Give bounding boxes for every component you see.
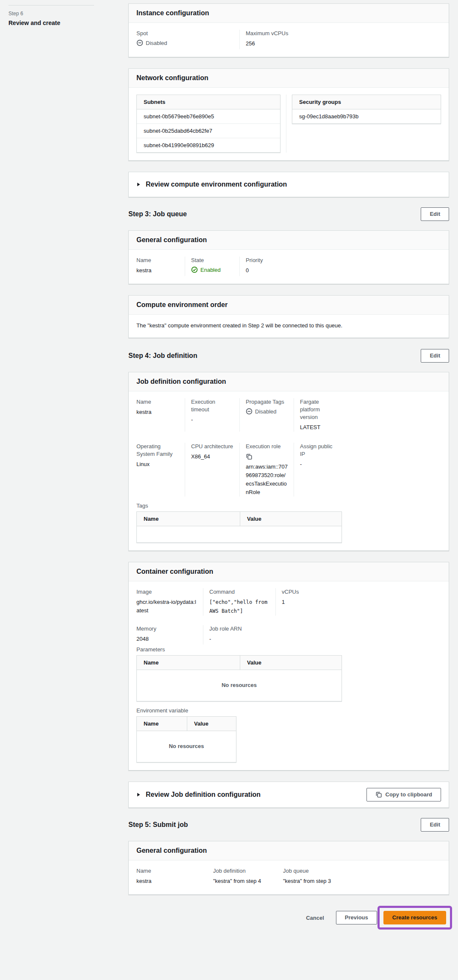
edit-button-step3[interactable]: Edit xyxy=(421,207,449,221)
wizard-footer: Cancel Previous Create resources xyxy=(128,906,449,930)
memory-value: 2048 xyxy=(136,635,197,643)
step5-heading: Step 5: Submit job xyxy=(128,821,188,829)
state-label: State xyxy=(191,257,233,264)
check-circle-icon xyxy=(191,266,198,273)
environment-variable-table: Name Value No resources xyxy=(136,716,236,762)
execution-role-value: arn:aws:iam::707969873520:role/ecsTaskEx… xyxy=(246,463,288,497)
column-header-name: Name xyxy=(137,512,240,526)
triangle-right-icon xyxy=(136,182,141,187)
empty-table-row xyxy=(137,526,341,542)
create-resources-button[interactable]: Create resources xyxy=(383,911,446,924)
propagate-tags-label: Propagate Tags xyxy=(246,398,288,406)
table-row: subnet-0b25dabd64cb62fe7 xyxy=(137,124,280,138)
column-header-value: Value xyxy=(187,717,236,731)
max-vcpus-value: 256 xyxy=(246,39,336,48)
priority-value: 0 xyxy=(246,266,336,275)
compute-env-expander-toggle[interactable]: Review compute environment configuration xyxy=(136,181,287,188)
annotation-highlight: Create resources xyxy=(378,906,452,930)
name-value: kestra xyxy=(136,877,201,885)
job-definition-expander-toggle[interactable]: Review Job definition configuration xyxy=(136,791,261,799)
no-resources-text: No resources xyxy=(137,731,236,762)
job-role-arn-value: - xyxy=(209,635,336,643)
job-definition-label: Job definition xyxy=(213,867,271,875)
fargate-version-value: LATEST xyxy=(300,423,336,432)
execution-timeout-value: - xyxy=(191,416,233,424)
instance-configuration-card: Instance configuration Spot Disabled Max… xyxy=(128,3,449,57)
card-title: Job definition configuration xyxy=(129,372,449,391)
assign-public-ip-label: Assign public IP xyxy=(300,443,336,458)
spot-status: Disabled xyxy=(136,39,233,46)
card-title: General configuration xyxy=(129,231,449,250)
image-value: ghcr.io/kestra-io/pydata:latest xyxy=(136,598,197,615)
assign-public-ip-value: - xyxy=(300,460,336,469)
os-family-label: Operating System Family xyxy=(136,443,179,458)
column-header-value: Value xyxy=(240,512,341,526)
column-header-name: Name xyxy=(137,656,240,670)
tags-label: Tags xyxy=(136,503,441,509)
container-configuration-card: Container configuration Image ghcr.io/ke… xyxy=(128,562,449,771)
copy-icon xyxy=(375,791,382,798)
security-groups-header: Security groups xyxy=(292,95,441,109)
table-row: subnet-0b5679eeb76e890e5 xyxy=(137,109,280,124)
step5-general-configuration-card: General configuration Name kestra Job de… xyxy=(128,841,449,895)
expander-title: Review Job definition configuration xyxy=(146,791,261,799)
job-definition-expander: Review Job definition configuration Copy… xyxy=(128,782,449,808)
column-header-value: Value xyxy=(240,656,341,670)
triangle-right-icon xyxy=(136,793,141,797)
compute-environment-order-card: Compute environment order The "kestra" c… xyxy=(128,295,449,338)
minus-circle-icon xyxy=(136,39,143,46)
parameters-label: Parameters xyxy=(136,646,441,653)
max-vcpus-label: Maximum vCPUs xyxy=(246,30,336,37)
vertical-divider xyxy=(286,95,286,153)
table-row: subnet-0b41990e90891b629 xyxy=(137,138,280,152)
security-groups-table: Security groups sg-09ec1d8aaeb9b793b xyxy=(292,95,441,124)
column-header-name: Name xyxy=(137,717,187,731)
cpu-architecture-value: X86_64 xyxy=(191,452,233,461)
spot-value: Disabled xyxy=(146,40,167,46)
subnets-table: Subnets subnet-0b5679eeb76e890e5 subnet-… xyxy=(136,95,280,153)
job-role-arn-label: Job role ARN xyxy=(209,625,336,633)
command-label: Command xyxy=(209,588,269,596)
cpu-architecture-label: CPU architecture xyxy=(191,443,233,450)
card-title: Container configuration xyxy=(129,562,449,581)
execution-timeout-label: Execution timeout xyxy=(191,398,233,413)
step3-general-configuration-card: General configuration Name kestra State … xyxy=(128,230,449,284)
previous-button[interactable]: Previous xyxy=(336,911,377,924)
job-definition-configuration-card: Job definition configuration Name kestra… xyxy=(128,372,449,551)
card-title: Instance configuration xyxy=(129,4,449,23)
cancel-button[interactable]: Cancel xyxy=(306,915,324,921)
job-queue-value: "kestra" from step 3 xyxy=(283,877,336,885)
priority-label: Priority xyxy=(246,257,336,264)
fargate-version-label: Fargate platform version xyxy=(300,398,336,421)
copy-to-clipboard-button[interactable]: Copy to clipboard xyxy=(366,788,441,801)
minus-circle-icon xyxy=(246,408,253,415)
propagate-tags-value: Disabled xyxy=(255,408,277,415)
expander-title: Review compute environment configuration xyxy=(146,181,287,188)
step4-heading: Step 4: Job definition xyxy=(128,352,197,360)
card-title: Compute environment order xyxy=(129,296,449,315)
sidebar-divider xyxy=(8,5,94,6)
table-row: sg-09ec1d8aaeb9b793b xyxy=(292,109,441,123)
memory-label: Memory xyxy=(136,625,197,633)
name-value: kestra xyxy=(136,266,179,275)
sidebar-step-title[interactable]: Review and create xyxy=(8,20,120,26)
environment-variable-label: Environment variable xyxy=(136,707,441,714)
job-definition-value: "kestra" from step 4 xyxy=(213,877,271,885)
name-value: kestra xyxy=(136,408,179,416)
edit-button-step5[interactable]: Edit xyxy=(421,818,449,832)
name-label: Name xyxy=(136,867,201,875)
edit-button-step4[interactable]: Edit xyxy=(421,349,449,363)
wizard-sidebar: Step 6 Review and create xyxy=(0,0,128,930)
image-label: Image xyxy=(136,588,197,596)
sidebar-step-label: Step 6 xyxy=(8,11,120,17)
job-queue-label: Job queue xyxy=(283,867,336,875)
compute-env-expander: Review compute environment configuration xyxy=(128,172,449,197)
network-configuration-card: Network configuration Subnets subnet-0b5… xyxy=(128,68,449,161)
main-content: Instance configuration Spot Disabled Max… xyxy=(128,0,449,930)
name-label: Name xyxy=(136,257,179,264)
vcpus-value: 1 xyxy=(282,598,336,606)
card-title: Network configuration xyxy=(129,69,449,88)
state-value: Enabled xyxy=(200,267,221,273)
subnets-header: Subnets xyxy=(137,95,280,109)
copy-icon[interactable] xyxy=(246,453,253,460)
